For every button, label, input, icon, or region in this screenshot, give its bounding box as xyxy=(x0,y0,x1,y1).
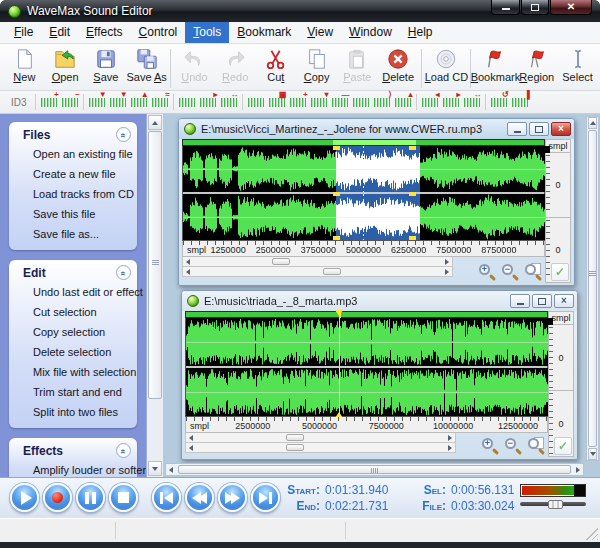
mute-icon[interactable] xyxy=(311,95,327,109)
draw-wave-icon[interactable] xyxy=(62,95,78,109)
waveform-right-channel[interactable] xyxy=(186,368,553,416)
collapse-effects-button[interactable]: « xyxy=(116,443,131,458)
skip-start-button[interactable] xyxy=(152,483,181,512)
copy-wave-icon[interactable] xyxy=(200,95,216,109)
amplify-icon[interactable] xyxy=(131,95,147,109)
minimize-button[interactable] xyxy=(491,0,520,15)
scroll-thumb[interactable] xyxy=(272,258,290,265)
undo-button[interactable]: Undo xyxy=(174,47,215,83)
child-title-bar[interactable]: E:\music\triada_-_8_marta.mp3 × xyxy=(182,291,577,311)
mdi-scroll-down[interactable] xyxy=(588,448,597,460)
resample-icon[interactable] xyxy=(395,95,411,109)
scroll-thumb[interactable] xyxy=(286,434,304,441)
scroll-thumb[interactable] xyxy=(286,444,304,451)
id3-tag-button[interactable]: ID3 xyxy=(8,95,30,110)
sidebar-item-open-existing-file[interactable]: Open an existing file xyxy=(9,144,137,164)
child-title-bar[interactable]: E:\music\Vicci_Martinez_-_Jolene for www… xyxy=(179,119,574,139)
wave-scrollbar-2[interactable] xyxy=(182,267,453,277)
prev-marker-icon[interactable] xyxy=(422,95,438,109)
selection-length-icon[interactable] xyxy=(221,95,237,109)
load-cd-button[interactable]: Load CD xyxy=(425,47,467,83)
zoom-fit-button[interactable] xyxy=(527,437,545,455)
sidebar-item-amplify[interactable]: Amplify louder or softer xyxy=(9,460,137,477)
menu-edit[interactable]: Edit xyxy=(41,22,78,43)
overview-bar[interactable] xyxy=(185,311,548,318)
wave-scrollbar-1[interactable] xyxy=(182,257,453,267)
document-window-jolene[interactable]: E:\music\Vicci_Martinez_-_Jolene for www… xyxy=(178,118,575,286)
mdi-scroll-left[interactable] xyxy=(169,467,173,473)
mdi-hscroll-thumb[interactable] xyxy=(178,465,571,474)
wave-scrollbar-1[interactable] xyxy=(185,433,456,443)
extend-selection-icon[interactable] xyxy=(464,95,480,109)
waveform-display[interactable] xyxy=(182,146,545,241)
sidebar-item-save-this-file[interactable]: Save this file xyxy=(9,204,137,224)
sidebar-item-copy-selection[interactable]: Copy selection xyxy=(9,322,137,342)
fade-out-icon[interactable] xyxy=(110,95,126,109)
child-close-button[interactable]: × xyxy=(554,294,574,308)
rewind-button[interactable] xyxy=(185,483,214,512)
next-marker-icon[interactable] xyxy=(443,95,459,109)
redo-button[interactable]: Redo xyxy=(215,47,256,83)
volume-slider[interactable] xyxy=(520,500,586,507)
menu-effects[interactable]: Effects xyxy=(78,22,130,43)
sidebar-item-load-tracks-cd[interactable]: Load tracks from CD xyxy=(9,184,137,204)
title-bar[interactable]: WaveMax Sound Editor ✕ xyxy=(0,0,600,22)
fast-forward-button[interactable] xyxy=(218,483,247,512)
wave-doc-icon[interactable] xyxy=(269,95,285,109)
stop-button[interactable] xyxy=(109,483,138,512)
collapse-files-button[interactable]: « xyxy=(116,127,131,142)
child-close-button[interactable]: × xyxy=(551,122,571,136)
sidebar-scroll-down[interactable] xyxy=(148,461,162,476)
mdi-scroll-right[interactable] xyxy=(576,467,580,473)
delete-button[interactable]: Delete xyxy=(378,47,419,83)
waveform-display[interactable] xyxy=(185,318,548,417)
open-button[interactable]: Open xyxy=(45,47,86,83)
child-minimize-button[interactable] xyxy=(507,122,527,136)
select-button[interactable]: Select xyxy=(557,47,598,83)
mdi-vertical-scrollbar[interactable] xyxy=(586,116,599,461)
apply-check-button[interactable]: ✓ xyxy=(551,263,569,281)
scroll-thumb[interactable] xyxy=(323,268,341,275)
overview-bar[interactable] xyxy=(182,139,545,146)
sidebar-item-save-file-as[interactable]: Save file as... xyxy=(9,224,137,244)
mdi-vscroll-thumb[interactable] xyxy=(588,130,597,447)
child-maximize-button[interactable] xyxy=(529,122,549,136)
child-minimize-button[interactable] xyxy=(510,294,530,308)
sidebar-item-split-two-files[interactable]: Split into two files xyxy=(9,402,137,422)
sidebar-item-trim-start-end[interactable]: Trim start and end xyxy=(9,382,137,402)
menu-control[interactable]: Control xyxy=(131,22,186,43)
maximize-button[interactable] xyxy=(521,0,549,15)
sidebar-item-delete-selection[interactable]: Delete selection xyxy=(9,342,137,362)
sidebar-scroll-thumb[interactable] xyxy=(148,131,162,399)
pause-button[interactable] xyxy=(76,483,105,512)
sidebar-item-mix-file[interactable]: Mix file with selection xyxy=(9,362,137,382)
child-maximize-button[interactable] xyxy=(532,294,552,308)
menu-tools[interactable]: Tools xyxy=(185,22,229,43)
waveform-left-channel[interactable] xyxy=(183,146,550,192)
save-button[interactable]: Save xyxy=(86,47,127,83)
mix-paste-icon[interactable] xyxy=(290,95,306,109)
zoom-out-button[interactable]: − xyxy=(504,437,522,455)
convert-icon[interactable] xyxy=(491,95,507,109)
tall-wave-icon[interactable] xyxy=(248,95,264,109)
wave-scrollbar-2[interactable] xyxy=(185,443,456,453)
wave-select-icon[interactable] xyxy=(179,95,195,109)
zoom-in-button[interactable]: + xyxy=(478,263,496,281)
menu-bookmark[interactable]: Bookmark xyxy=(229,22,299,43)
trim-icon[interactable] xyxy=(512,95,528,109)
waveform-left-channel[interactable] xyxy=(186,318,553,366)
resize-grip[interactable] xyxy=(586,528,598,540)
bookmark-button[interactable]: Bookmark xyxy=(474,47,516,83)
record-button[interactable] xyxy=(43,483,72,512)
sidebar-scrollbar[interactable] xyxy=(146,114,163,477)
close-button[interactable]: ✕ xyxy=(550,0,592,15)
sidebar-item-cut-selection[interactable]: Cut selection xyxy=(9,302,137,322)
collapse-edit-button[interactable]: « xyxy=(116,265,131,280)
waveform-right-channel[interactable] xyxy=(183,194,550,240)
mdi-scroll-up[interactable] xyxy=(588,117,597,129)
menu-window[interactable]: Window xyxy=(341,22,400,43)
menu-view[interactable]: View xyxy=(299,22,341,43)
threshold-icon[interactable] xyxy=(374,95,390,109)
menu-help[interactable]: Help xyxy=(400,22,441,43)
menu-file[interactable]: File xyxy=(6,22,41,43)
